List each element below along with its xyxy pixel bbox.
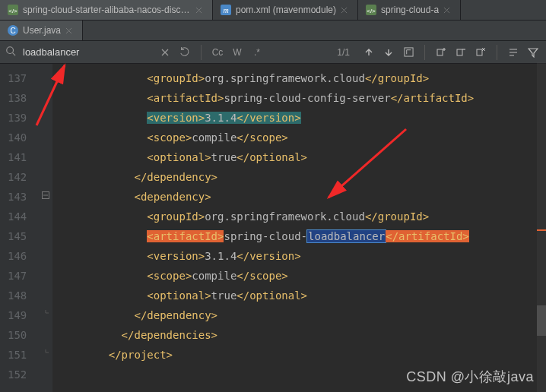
- scrollbar-thumb[interactable]: [537, 305, 546, 336]
- find-input[interactable]: [20, 45, 154, 59]
- line-number: 138: [8, 88, 27, 108]
- code-line[interactable]: <optional>true</optional>: [57, 147, 546, 167]
- prev-match-icon[interactable]: [360, 44, 377, 61]
- add-selection-icon[interactable]: [433, 44, 449, 61]
- code-editor[interactable]: 1371381391401411421431441451461471481491…: [0, 64, 546, 392]
- whole-word-button[interactable]: W: [229, 44, 246, 61]
- svg-rect-20: [404, 48, 412, 56]
- fold-marker: [39, 207, 52, 226]
- next-match-icon[interactable]: [380, 44, 397, 61]
- clear-search-icon[interactable]: [157, 44, 173, 61]
- primary-tab-2[interactable]: </>spring-cloud-a: [358, 0, 461, 20]
- line-number: 142: [8, 167, 27, 187]
- match-counter: 1/1: [329, 47, 357, 58]
- line-number: 149: [8, 305, 27, 325]
- primary-tab-1[interactable]: mpom.xml (mavenmodule): [213, 0, 358, 20]
- svg-text:C: C: [10, 27, 15, 35]
- line-number: 140: [8, 128, 27, 147]
- svg-text:</>: </>: [367, 8, 376, 14]
- maven-m-icon: m: [221, 5, 231, 15]
- xml-file-icon: </>: [366, 5, 376, 15]
- regex-button[interactable]: .*: [249, 44, 265, 61]
- secondary-tab-0[interactable]: CUser.java: [0, 21, 83, 40]
- code-line[interactable]: <artifactId>spring-cloud-loadbalancer</a…: [57, 226, 546, 246]
- fold-marker: [39, 128, 52, 147]
- code-line[interactable]: <scope>compile</scope>: [57, 266, 546, 286]
- scrollbar-marker: [537, 229, 546, 231]
- code-line[interactable]: </dependencies>: [57, 325, 546, 345]
- line-number: 150: [8, 325, 27, 345]
- close-tab-icon[interactable]: [195, 5, 205, 14]
- code-line[interactable]: <optional>true</optional>: [57, 286, 546, 305]
- code-line[interactable]: </project>: [57, 345, 546, 365]
- fold-gutter: [39, 64, 52, 392]
- line-number: 146: [8, 246, 27, 266]
- line-number: 148: [8, 286, 27, 305]
- remove-selection-icon[interactable]: [452, 44, 469, 61]
- close-tab-icon[interactable]: [65, 26, 75, 35]
- fold-marker: [39, 325, 52, 345]
- svg-text:</>: </>: [8, 8, 17, 14]
- code-line[interactable]: </dependency>: [57, 167, 546, 187]
- fold-marker: [39, 246, 52, 266]
- editor-tabs-secondary: CUser.java: [0, 21, 546, 41]
- fold-marker: [39, 88, 52, 108]
- line-number: 147: [8, 266, 27, 286]
- remove-all-icon[interactable]: [472, 44, 489, 61]
- editor-tabs-primary: </>spring-cloud-starter-alibaba-nacos-di…: [0, 0, 546, 21]
- close-tab-icon[interactable]: [443, 5, 452, 14]
- find-toolbar: Cc W .* 1/1: [0, 41, 546, 64]
- line-number: 144: [8, 207, 27, 226]
- fold-marker: [39, 226, 52, 246]
- code-line[interactable]: <artifactId>spring-cloud-config-server</…: [57, 88, 546, 108]
- line-number: 145: [8, 226, 27, 246]
- line-number: 137: [8, 68, 27, 88]
- fold-marker: [39, 108, 52, 128]
- match-case-button[interactable]: Cc: [209, 44, 226, 61]
- editor-scrollbar[interactable]: [537, 62, 546, 392]
- fold-marker[interactable]: [39, 345, 52, 365]
- svg-rect-21: [437, 49, 443, 55]
- tab-label: User.java: [23, 25, 61, 36]
- code-area[interactable]: <groupId>org.springframework.cloud</grou…: [52, 64, 546, 392]
- toggle-replace-icon[interactable]: [505, 44, 522, 61]
- history-icon[interactable]: [176, 44, 193, 61]
- fold-marker[interactable]: [39, 187, 52, 207]
- code-line[interactable]: </dependency>: [57, 305, 546, 325]
- tab-label: spring-cloud-starter-alibaba-nacos-disco…: [23, 5, 191, 15]
- code-line[interactable]: <groupId>org.springframework.cloud</grou…: [57, 68, 546, 88]
- svg-rect-23: [477, 49, 482, 55]
- line-number: 151: [8, 345, 27, 365]
- line-number: 139: [8, 108, 27, 128]
- code-line[interactable]: <dependency>: [57, 187, 546, 207]
- fold-marker: [39, 266, 52, 286]
- class-c-icon: C: [8, 25, 18, 36]
- svg-point-16: [7, 47, 14, 54]
- svg-line-17: [13, 53, 16, 56]
- filter-icon[interactable]: [525, 44, 541, 61]
- fold-marker: [39, 68, 52, 88]
- line-number: 152: [8, 365, 27, 384]
- close-tab-icon[interactable]: [341, 5, 350, 14]
- code-line[interactable]: <scope>compile</scope>: [57, 128, 546, 147]
- select-all-icon[interactable]: [400, 44, 417, 61]
- tab-label: pom.xml (mavenmodule): [236, 5, 336, 15]
- line-number: 143: [8, 187, 27, 207]
- line-gutter: 1371381391401411421431441451461471481491…: [0, 64, 39, 392]
- fold-marker: [39, 286, 52, 305]
- fold-marker: [39, 147, 52, 167]
- svg-rect-22: [457, 49, 462, 55]
- code-line[interactable]: <version>3.1.4</version>: [57, 246, 546, 266]
- line-number: 141: [8, 147, 27, 167]
- fold-marker: [39, 365, 52, 384]
- watermark: CSDN @小徐敲java: [406, 368, 534, 386]
- primary-tab-0[interactable]: </>spring-cloud-starter-alibaba-nacos-di…: [0, 0, 213, 20]
- fold-marker[interactable]: [39, 305, 52, 325]
- xml-file-icon: </>: [8, 5, 18, 15]
- code-line[interactable]: <groupId>org.springframework.cloud</grou…: [57, 207, 546, 226]
- code-line[interactable]: <version>3.1.4</version>: [57, 108, 546, 128]
- fold-marker: [39, 167, 52, 187]
- tab-label: spring-cloud-a: [381, 5, 439, 15]
- svg-text:m: m: [223, 6, 228, 14]
- search-icon: [5, 46, 17, 58]
